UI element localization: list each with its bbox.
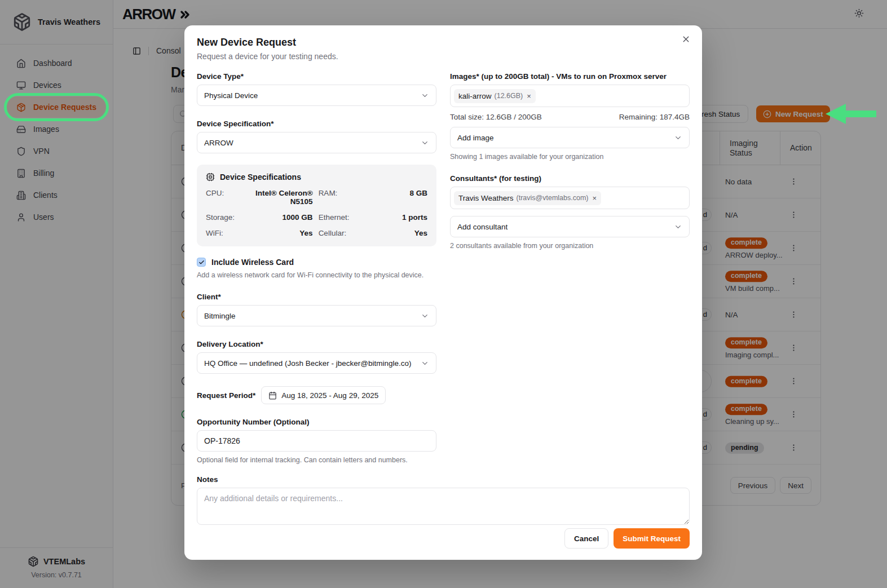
modal-title: New Device Request	[197, 37, 690, 48]
delivery-location-label: Delivery Location*	[197, 340, 436, 348]
device-specifications-panel: Device Specifications CPU:Intel® Celeron…	[197, 165, 436, 246]
opportunity-number-input[interactable]	[197, 430, 436, 452]
device-spec-select[interactable]: ARROW	[197, 132, 436, 153]
delivery-location-select[interactable]: HQ Office — undefined (Josh Becker - jbe…	[197, 352, 436, 374]
spec-value: 1 ports	[355, 213, 427, 222]
spec-label: CPU:	[206, 189, 235, 206]
remove-consultant-tag-button[interactable]: ×	[593, 194, 597, 202]
chevron-down-icon	[421, 91, 429, 100]
include-wireless-checkbox[interactable]	[197, 258, 206, 267]
specs-grid: CPU:Intel® Celeron® N5105RAM:8 GBStorage…	[206, 189, 427, 237]
total-size-text: Total size: 12.6GB / 200GB	[450, 113, 542, 121]
add-consultant-select[interactable]: Add consultant	[450, 216, 690, 237]
images-help-text: Showing 1 images available for your orga…	[450, 153, 690, 161]
spec-label: WiFi:	[206, 229, 235, 237]
chevron-down-icon	[674, 134, 682, 142]
spec-label: Ethernet:	[319, 213, 350, 222]
spec-label: Storage:	[206, 213, 235, 222]
consultant-tag: Travis Weathers (travis@vtemlabs.com) ×	[454, 191, 601, 205]
spec-label: RAM:	[319, 189, 350, 206]
spec-value: Intel® Celeron® N5105	[240, 189, 313, 206]
chevron-down-icon	[421, 139, 429, 147]
specs-title: Device Specifications	[220, 173, 301, 182]
request-period-label: Request Period*	[197, 391, 255, 400]
opportunity-number-label: Opportunity Number (Optional)	[197, 418, 436, 426]
wireless-label: Include Wireless Card	[211, 258, 294, 267]
spec-value: Yes	[355, 229, 427, 237]
image-tag: kali-arrow (12.6GB) ×	[454, 89, 536, 103]
consultants-label: Consultants* (for testing)	[450, 174, 690, 183]
remaining-size-text: Remaining: 187.4GB	[619, 113, 690, 121]
chevron-down-icon	[421, 359, 429, 368]
spec-value: Yes	[240, 229, 313, 237]
cpu-icon	[206, 173, 215, 182]
modal-right-column: Images* (up to 200GB total) - VMs to run…	[450, 72, 690, 250]
notes-textarea[interactable]	[197, 488, 690, 525]
consultants-help-text: 2 consultants available from your organi…	[450, 242, 690, 250]
new-device-request-modal: New Device Request Request a device for …	[184, 25, 702, 560]
device-type-select[interactable]: Physical Device	[197, 85, 436, 106]
close-button[interactable]	[681, 34, 691, 46]
client-select[interactable]: Bitmingle	[197, 305, 436, 326]
spec-value: 1000 GB	[240, 213, 313, 222]
modal-left-column: Device Type* Physical Device Device Spec…	[197, 72, 436, 464]
spec-value: 8 GB	[355, 189, 427, 206]
consultants-tag-box[interactable]: Travis Weathers (travis@vtemlabs.com) ×	[450, 187, 690, 209]
date-range-button[interactable]: Aug 18, 2025 - Aug 29, 2025	[261, 386, 386, 404]
calendar-icon	[268, 391, 277, 400]
remove-image-tag-button[interactable]: ×	[527, 92, 531, 100]
cancel-button[interactable]: Cancel	[564, 528, 608, 549]
images-label: Images* (up to 200GB total) - VMs to run…	[450, 72, 690, 81]
images-tag-box[interactable]: kali-arrow (12.6GB) ×	[450, 85, 690, 107]
opportunity-help-text: Optional field for internal tracking. Ca…	[197, 456, 436, 464]
client-label: Client*	[197, 293, 436, 301]
chevron-down-icon	[421, 312, 429, 320]
device-spec-label: Device Specification*	[197, 120, 436, 128]
app-root: Travis Weathers Dashboard Devices Device…	[0, 0, 887, 588]
modal-subtitle: Request a device for your testing needs.	[197, 52, 690, 61]
device-type-label: Device Type*	[197, 72, 436, 81]
submit-request-button[interactable]: Submit Request	[614, 528, 690, 549]
chevron-down-icon	[674, 223, 682, 231]
wireless-help-text: Add a wireless network card for Wi-Fi co…	[197, 271, 436, 279]
add-image-select[interactable]: Add image	[450, 127, 690, 148]
check-icon	[198, 259, 205, 266]
notes-label: Notes	[197, 475, 690, 484]
spec-label: Cellular:	[319, 229, 350, 237]
close-icon	[681, 34, 691, 44]
